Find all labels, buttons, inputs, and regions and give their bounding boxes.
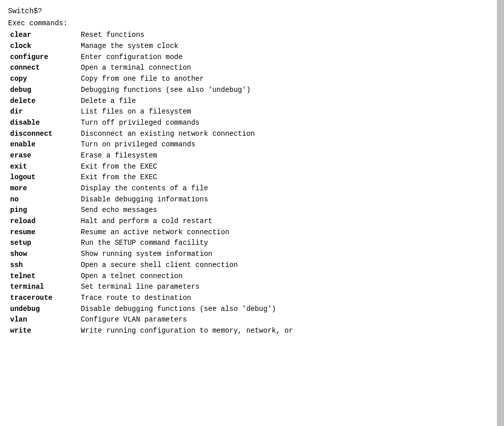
command-description: Disconnect an existing network connectio…: [81, 129, 496, 140]
terminal-container: Switch$? Exec commands: clearReset funct…: [0, 0, 504, 426]
table-row: undebugDisable debugging functions (see …: [10, 304, 496, 315]
command-description: Disable debugging functions (see also 'd…: [81, 304, 496, 315]
command-name: write: [10, 326, 81, 337]
command-name: undebug: [10, 304, 81, 315]
command-table: clearReset functionsclockManage the syst…: [10, 30, 496, 336]
command-name: ping: [10, 205, 81, 216]
table-row: pingSend echo messages: [10, 205, 496, 216]
exec-header: Exec commands:: [8, 18, 496, 29]
table-row: disableTurn off privileged commands: [10, 118, 496, 129]
table-row: tracerouteTrace route to destination: [10, 293, 496, 304]
command-description: Exit from the EXEC: [81, 172, 496, 183]
command-name: clear: [10, 30, 81, 41]
table-row: telnetOpen a telnet connection: [10, 271, 496, 282]
table-row: enableTurn on privileged commands: [10, 139, 496, 150]
command-description: Turn on privileged commands: [81, 139, 496, 150]
table-row: terminalSet terminal line parameters: [10, 282, 496, 293]
command-name: disconnect: [10, 129, 81, 140]
table-row: disconnectDisconnect an existing network…: [10, 129, 496, 140]
command-name: logout: [10, 172, 81, 183]
command-name: dir: [10, 107, 81, 118]
table-row: showShow running system information: [10, 249, 496, 260]
terminal-window[interactable]: Switch$? Exec commands: clearReset funct…: [0, 0, 504, 426]
command-name: telnet: [10, 271, 81, 282]
command-description: Enter configuration mode: [81, 52, 496, 63]
command-name: vlan: [10, 314, 81, 326]
command-name: debug: [10, 85, 81, 96]
command-name: copy: [10, 74, 81, 85]
command-description: Disable debugging informations: [81, 194, 496, 205]
command-name: traceroute: [10, 293, 81, 304]
command-description: Resume an active network connection: [81, 227, 496, 238]
command-name: more: [10, 183, 81, 194]
prompt-text: Switch$?: [8, 7, 42, 15]
command-name: disable: [10, 118, 81, 129]
table-row: reloadHalt and perform a cold restart: [10, 216, 496, 227]
command-description: Debugging functions (see also 'undebug'): [81, 85, 496, 96]
command-name: resume: [10, 227, 81, 238]
command-description: Turn off privileged commands: [81, 118, 496, 129]
command-description: Configure VLAN parameters: [81, 314, 496, 326]
command-name: ssh: [10, 260, 81, 271]
command-description: Copy from one file to another: [81, 74, 496, 85]
command-name: clock: [10, 41, 81, 52]
command-description: List files on a filesystem: [81, 107, 496, 118]
exec-header-text: Exec commands:: [8, 19, 68, 27]
table-row: writeWrite running configuration to memo…: [10, 326, 496, 337]
command-name: delete: [10, 96, 81, 107]
table-row: clockManage the system clock: [10, 41, 496, 52]
table-row: debugDebugging functions (see also 'unde…: [10, 85, 496, 96]
table-row: sshOpen a secure shell client connection: [10, 260, 496, 271]
command-name: configure: [10, 52, 81, 63]
command-description: Exit from the EXEC: [81, 162, 496, 173]
table-row: copyCopy from one file to another: [10, 74, 496, 85]
table-row: connectOpen a terminal connection: [10, 63, 496, 74]
command-description: Erase a filesystem: [81, 150, 496, 162]
table-row: logoutExit from the EXEC: [10, 172, 496, 183]
command-description: Write running configuration to memory, n…: [81, 326, 496, 337]
command-description: Open a terminal connection: [81, 63, 496, 74]
table-row: dirList files on a filesystem: [10, 107, 496, 118]
command-description: Open a secure shell client connection: [81, 260, 496, 271]
command-description: Display the contents of a file: [81, 183, 496, 194]
command-name: connect: [10, 63, 81, 74]
command-description: Delete a file: [81, 96, 496, 107]
command-description: Manage the system clock: [81, 41, 496, 52]
command-description: Open a telnet connection: [81, 271, 496, 282]
command-name: reload: [10, 216, 81, 227]
command-name: erase: [10, 150, 81, 162]
command-description: Show running system information: [81, 249, 496, 260]
command-name: show: [10, 249, 81, 260]
table-row: clearReset functions: [10, 30, 496, 41]
command-name: setup: [10, 238, 81, 249]
command-name: enable: [10, 139, 81, 150]
table-row: resumeResume an active network connectio…: [10, 227, 496, 238]
scrollbar[interactable]: [497, 0, 504, 426]
prompt-line: Switch$?: [8, 6, 496, 17]
table-row: vlanConfigure VLAN parameters: [10, 314, 496, 326]
table-row: eraseErase a filesystem: [10, 150, 496, 162]
command-description: Run the SETUP command facility: [81, 238, 496, 249]
command-description: Send echo messages: [81, 205, 496, 216]
table-row: noDisable debugging informations: [10, 194, 496, 205]
table-row: exitExit from the EXEC: [10, 162, 496, 173]
command-name: terminal: [10, 282, 81, 293]
table-row: deleteDelete a file: [10, 96, 496, 107]
command-name: exit: [10, 162, 81, 173]
command-description: Trace route to destination: [81, 293, 496, 304]
table-row: setupRun the SETUP command facility: [10, 238, 496, 249]
table-row: moreDisplay the contents of a file: [10, 183, 496, 194]
command-description: Halt and perform a cold restart: [81, 216, 496, 227]
table-row: configureEnter configuration mode: [10, 52, 496, 63]
command-name: no: [10, 194, 81, 205]
command-description: Reset functions: [81, 30, 496, 41]
command-description: Set terminal line parameters: [81, 282, 496, 293]
